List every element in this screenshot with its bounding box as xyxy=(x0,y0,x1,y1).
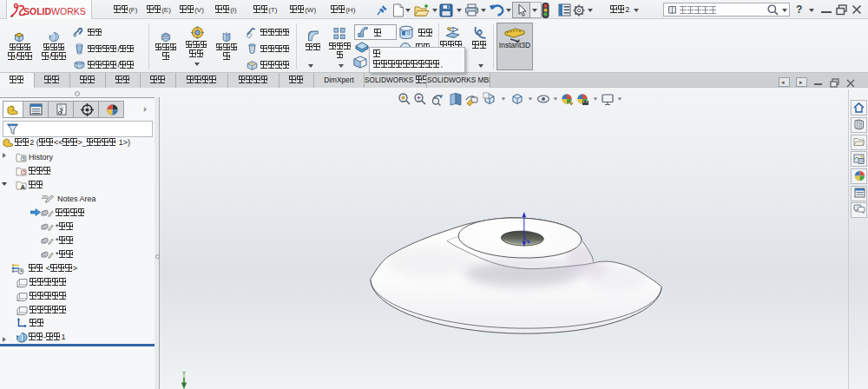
svg-text:A: A xyxy=(21,183,26,191)
